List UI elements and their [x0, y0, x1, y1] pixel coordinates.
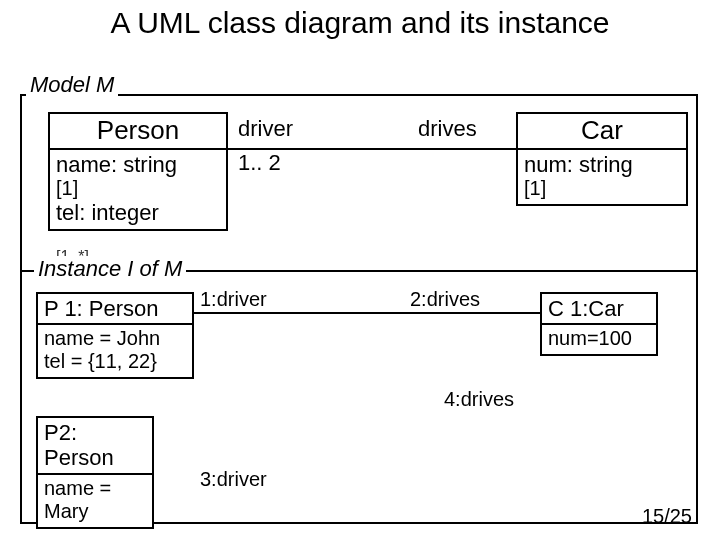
p2-name-slot: name = Mary [44, 477, 146, 523]
class-person-name: Person [50, 114, 226, 150]
instance-label-text: Instance I of M [38, 256, 182, 281]
car-attr-num-mult: [1] [524, 177, 680, 200]
model-label: Model M [26, 72, 118, 98]
link-3-driver: 3:driver [200, 468, 267, 491]
class-car: Car num: string [1] [516, 112, 688, 206]
instance-p1: P 1: Person name = John tel = {11, 22} [36, 292, 194, 379]
instance-c1-name: C 1:Car [542, 294, 656, 325]
assoc-drives-label: drives [418, 116, 477, 142]
instance-label: Instance I of M [34, 256, 186, 282]
class-person-attrs: name: string [1] tel: integer [50, 150, 226, 230]
car-attr-num: num: string [524, 152, 680, 177]
instance-p2-attrs: name = Mary [38, 475, 152, 527]
person-attr-name: name: string [56, 152, 220, 177]
person-attr-tel: tel: integer [56, 200, 220, 225]
instance-p2-name: P2: Person [38, 418, 152, 475]
p1-name-slot: name = John [44, 327, 186, 350]
assoc-driver-card: 1.. 2 [238, 150, 281, 176]
link-p1-c1 [194, 312, 540, 314]
slide: A UML class diagram and its instance Mod… [0, 0, 720, 540]
link-1-driver: 1:driver [200, 288, 267, 311]
class-car-name: Car [518, 114, 686, 150]
p1-tel-slot: tel = {11, 22} [44, 350, 186, 373]
page-number: 15/25 [642, 505, 692, 528]
person-attr-name-mult: [1] [56, 177, 220, 200]
link-2-drives: 2:drives [410, 288, 480, 311]
instance-c1: C 1:Car num=100 [540, 292, 658, 356]
class-car-attrs: num: string [1] [518, 150, 686, 204]
instance-c1-attrs: num=100 [542, 325, 656, 354]
c1-num-slot: num=100 [548, 327, 650, 350]
assoc-driver-label: driver [238, 116, 293, 142]
instance-p1-name: P 1: Person [38, 294, 192, 325]
instance-p1-attrs: name = John tel = {11, 22} [38, 325, 192, 377]
link-4-drives: 4:drives [444, 388, 514, 411]
instance-p2: P2: Person name = Mary [36, 416, 154, 529]
page-title: A UML class diagram and its instance [0, 6, 720, 40]
class-person: Person name: string [1] tel: integer [48, 112, 228, 231]
